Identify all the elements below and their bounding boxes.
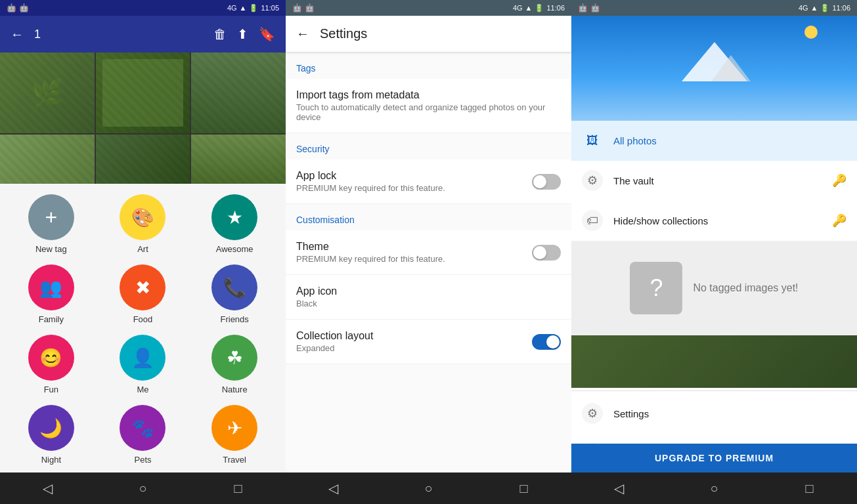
time-p2: 11:06 bbox=[546, 4, 565, 12]
selection-count: 1 bbox=[34, 28, 41, 41]
app-lock-title: App lock bbox=[296, 170, 532, 182]
collection-layout-item[interactable]: Collection layout Expanded bbox=[286, 320, 571, 364]
tag-label-new-tag: New tag bbox=[35, 244, 67, 254]
tag-item-fun[interactable]: 😊 Fun bbox=[11, 335, 92, 394]
upgrade-button[interactable]: UPGRADE TO PREMIUM bbox=[571, 444, 857, 472]
battery-icon-p1: 🔋 bbox=[249, 4, 258, 12]
app-icon-title: App icon bbox=[296, 285, 561, 297]
network-label-p1: 4G bbox=[227, 4, 237, 12]
nav-item-the-vault[interactable]: ⚙ The vault 🔑 bbox=[571, 161, 857, 201]
tag-item-me[interactable]: 👤 Me bbox=[102, 335, 184, 394]
settings-icon: ⚙ bbox=[582, 403, 603, 424]
tag-label-awesome: Awesome bbox=[216, 244, 253, 254]
app-icon-item[interactable]: App icon Black bbox=[286, 275, 571, 320]
toolbar-panel1: ← 1 🗑 ⬆ 🔖 bbox=[0, 16, 286, 52]
app-lock-toggle[interactable] bbox=[532, 174, 561, 190]
tag-item-pets[interactable]: 🐾 Pets bbox=[102, 405, 184, 465]
signal-icon-p1: ▲ bbox=[240, 4, 247, 12]
tag-item-art[interactable]: 🎨 Art bbox=[102, 194, 184, 254]
collection-layout-sub: Expanded bbox=[296, 343, 532, 353]
theme-toggle[interactable] bbox=[532, 245, 561, 261]
tag-label-friends: Friends bbox=[220, 314, 248, 324]
import-tags-item[interactable]: Import tags from metadata Touch to autom… bbox=[286, 79, 571, 133]
nav-bar-panel3: ◁ ○ □ bbox=[571, 472, 857, 504]
tag-item-food[interactable]: ✖ Food bbox=[102, 264, 184, 324]
collection-layout-toggle[interactable] bbox=[532, 334, 561, 350]
android-icon-p2b: 🤖 bbox=[305, 3, 315, 12]
hide-show-key-icon: 🔑 bbox=[832, 213, 846, 228]
tag-item-friends[interactable]: 📞 Friends bbox=[194, 264, 275, 324]
no-tagged-icon: ? bbox=[630, 262, 682, 314]
recents-nav-p1[interactable]: □ bbox=[223, 472, 254, 504]
photo-cell-1[interactable]: 🌿 bbox=[0, 52, 95, 133]
settings-toolbar: ← Settings bbox=[286, 16, 571, 52]
photo-grid: 🌿 bbox=[0, 52, 286, 184]
theme-title: Theme bbox=[296, 241, 532, 253]
settings-label: Settings bbox=[613, 408, 846, 419]
tag-label-pets: Pets bbox=[134, 455, 151, 465]
tag-item-travel[interactable]: ✈ Travel bbox=[194, 405, 275, 465]
tag-label-food: Food bbox=[133, 314, 153, 324]
battery-icon-p2: 🔋 bbox=[535, 4, 544, 12]
photo-cell-4[interactable] bbox=[0, 135, 95, 184]
tag-item-family[interactable]: 👥 Family bbox=[11, 264, 92, 324]
signal-icon-p2: ▲ bbox=[525, 4, 533, 12]
android-icon-p3b: 🤖 bbox=[590, 3, 600, 12]
tag-label-fun: Fun bbox=[44, 385, 58, 394]
signal-icon-p3: ▲ bbox=[811, 4, 818, 12]
share-button[interactable]: ⬆ bbox=[237, 26, 248, 42]
delete-button[interactable]: 🗑 bbox=[213, 27, 227, 42]
nav-item-hide-show[interactable]: 🏷 Hide/show collections 🔑 bbox=[571, 201, 857, 241]
back-button-settings[interactable]: ← bbox=[296, 26, 309, 41]
app-lock-item[interactable]: App lock PREMIUM key required for this f… bbox=[286, 159, 571, 204]
sun-graphic bbox=[804, 26, 818, 39]
photo-cell-5[interactable] bbox=[96, 135, 190, 184]
back-nav-p3[interactable]: ◁ bbox=[604, 472, 635, 504]
android-icon-p2a: 🤖 bbox=[292, 3, 302, 12]
photos-bg-strip bbox=[571, 335, 857, 388]
vault-icon: ⚙ bbox=[582, 170, 603, 191]
tag-label-family: Family bbox=[39, 314, 64, 324]
collection-layout-title: Collection layout bbox=[296, 330, 532, 342]
vault-key-icon: 🔑 bbox=[832, 173, 846, 188]
back-nav-p2[interactable]: ◁ bbox=[318, 472, 349, 504]
nav-item-all-photos[interactable]: 🖼 All photos bbox=[571, 121, 857, 161]
mountain-graphic bbox=[675, 35, 754, 88]
nav-item-settings[interactable]: ⚙ Settings bbox=[571, 394, 857, 434]
photo-cell-6[interactable] bbox=[191, 135, 286, 184]
theme-sub: PREMIUM key required for this feature. bbox=[296, 254, 532, 264]
recents-nav-p3[interactable]: □ bbox=[794, 472, 825, 504]
android-icon2: 🤖 bbox=[19, 3, 29, 12]
theme-item[interactable]: Theme PREMIUM key required for this feat… bbox=[286, 230, 571, 275]
photo-cell-2[interactable] bbox=[96, 52, 190, 133]
hide-show-icon: 🏷 bbox=[582, 210, 603, 231]
import-tags-sub: Touch to automatically detect and organi… bbox=[296, 102, 561, 122]
time-p1: 11:05 bbox=[261, 4, 279, 12]
app-icon-sub: Black bbox=[296, 299, 561, 308]
tag-label-art: Art bbox=[137, 244, 148, 254]
all-photos-icon: 🖼 bbox=[582, 130, 603, 151]
status-bar-panel1: 🤖 🤖 4G ▲ 🔋 11:05 bbox=[0, 0, 286, 16]
home-nav-p2[interactable]: ○ bbox=[413, 472, 445, 504]
tag-button[interactable]: 🔖 bbox=[259, 26, 275, 42]
tag-item-night[interactable]: 🌙 Night bbox=[11, 405, 92, 465]
network-p3: 4G bbox=[799, 4, 808, 12]
nav-item-support[interactable]: ❓ Support bbox=[571, 434, 857, 444]
tag-item-new-tag[interactable]: + New tag bbox=[11, 194, 92, 254]
drawer-divider bbox=[571, 390, 857, 391]
tag-label-me: Me bbox=[137, 385, 148, 394]
tags-panel: 🤖 🤖 4G ▲ 🔋 11:05 ← 1 🗑 ⬆ 🔖 🌿 bbox=[0, 0, 286, 504]
settings-panel: 🤖 🤖 4G ▲ 🔋 11:06 ← Settings Tags Import … bbox=[286, 0, 571, 504]
back-nav-p1[interactable]: ◁ bbox=[32, 472, 64, 504]
tag-item-awesome[interactable]: ★ Awesome bbox=[194, 194, 275, 254]
recents-nav-p2[interactable]: □ bbox=[508, 472, 540, 504]
back-button-p1[interactable]: ← bbox=[11, 27, 24, 42]
photo-cell-3[interactable] bbox=[191, 52, 286, 133]
nav-bar-panel2: ◁ ○ □ bbox=[286, 472, 571, 504]
tags-grid: + New tag 🎨 Art ★ Awesome 👥 Family ✖ Foo… bbox=[0, 184, 286, 472]
settings-title: Settings bbox=[320, 26, 367, 41]
home-nav-p1[interactable]: ○ bbox=[127, 472, 159, 504]
no-tagged-section: ? No tagged images yet! bbox=[571, 241, 857, 335]
home-nav-p3[interactable]: ○ bbox=[699, 472, 730, 504]
tag-item-nature[interactable]: ☘ Nature bbox=[194, 335, 275, 394]
